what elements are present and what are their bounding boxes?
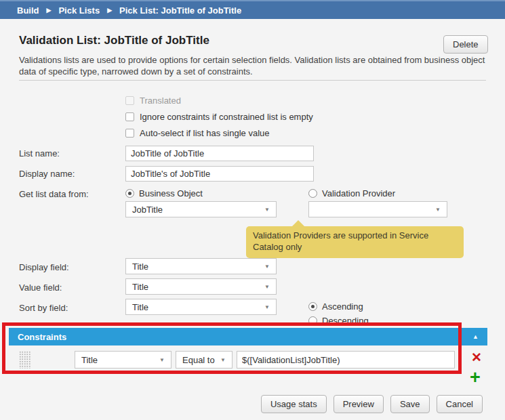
checkbox-row-auto-select: Auto-select if list has single value [125, 127, 269, 138]
preview-button[interactable]: Preview [334, 395, 384, 413]
chevron-down-icon: ▼ [264, 207, 270, 213]
ignore-constraints-label: Ignore constraints if constrained list i… [140, 112, 313, 122]
descending-radio[interactable] [308, 316, 317, 325]
breadcrumb-item-current: Pick List: JobTitle of JobTitle [119, 5, 241, 16]
cancel-button[interactable]: Cancel [437, 395, 483, 413]
validation-provider-radio-row: Validation Provider [308, 188, 395, 198]
auto-select-checkbox[interactable] [125, 129, 134, 138]
display-field-dropdown-value: Title [132, 261, 148, 272]
ignore-constraints-checkbox[interactable] [125, 112, 134, 121]
display-field-dropdown[interactable]: Title ▼ [125, 258, 277, 274]
collapse-section-icon[interactable]: ▲ [472, 333, 479, 340]
validation-provider-dropdown[interactable]: ▼ [308, 201, 447, 217]
business-object-radio[interactable] [125, 189, 134, 198]
business-object-radio-row: Business Object [125, 188, 203, 198]
checkbox-row-ignore-constraints: Ignore constraints if constrained list i… [125, 111, 313, 122]
breadcrumb-arrow-icon: ▶ [47, 7, 52, 14]
page-description: Validations lists are used to provide op… [19, 55, 489, 77]
chevron-down-icon: ▼ [435, 207, 441, 213]
auto-select-label: Auto-select if list has single value [140, 128, 269, 138]
chevron-down-icon: ▼ [264, 304, 270, 310]
sort-by-field-dropdown-value: Title [132, 302, 148, 312]
business-object-dropdown-value: JobTitle [132, 205, 163, 215]
translated-checkbox [125, 96, 134, 105]
business-object-dropdown[interactable]: JobTitle ▼ [125, 201, 277, 217]
remove-constraint-icon[interactable]: ✕ [471, 351, 482, 364]
constraints-title: Constraints [18, 332, 66, 342]
chevron-down-icon: ▼ [220, 357, 226, 363]
constraint-field-value: Title [81, 355, 98, 365]
breadcrumb-item-pick-lists[interactable]: Pick Lists [58, 5, 100, 16]
save-button[interactable]: Save [390, 395, 430, 413]
validation-provider-label: Validation Provider [322, 188, 395, 198]
checkbox-row-translated: Translated [125, 95, 181, 106]
get-list-data-from-label: Get list data from: [19, 189, 89, 199]
sort-by-field-dropdown[interactable]: Title ▼ [125, 299, 277, 315]
ascending-label: Ascending [322, 301, 363, 312]
validation-provider-radio[interactable] [308, 189, 317, 198]
chevron-down-icon: ▼ [264, 264, 270, 270]
breadcrumb-item-build[interactable]: Build [17, 5, 39, 16]
ascending-radio-row: Ascending [308, 301, 363, 312]
sort-by-field-label: Sort by field: [19, 303, 68, 313]
constraint-operator-value: Equal to [182, 355, 215, 365]
validation-provider-tooltip: Validation Providers are supported in Se… [246, 226, 464, 258]
business-object-label: Business Object [139, 188, 203, 198]
display-name-input[interactable] [125, 166, 314, 182]
drag-handle-icon[interactable] [19, 351, 31, 369]
translated-label: Translated [140, 96, 181, 106]
chevron-down-icon: ▼ [264, 284, 270, 290]
value-field-label: Value field: [19, 282, 62, 293]
validation-list-page: Build ▶ Pick Lists ▶ Pick List: JobTitle… [0, 0, 505, 420]
list-name-label: List name: [19, 148, 60, 159]
constraint-value-input[interactable] [237, 351, 455, 369]
value-field-dropdown-value: Title [132, 282, 148, 292]
add-constraint-icon[interactable]: + [470, 369, 481, 387]
breadcrumb-arrow-icon: ▶ [107, 7, 112, 14]
usage-stats-button[interactable]: Usage stats [261, 395, 327, 413]
ascending-radio[interactable] [308, 302, 317, 311]
constraint-field-dropdown[interactable]: Title ▼ [75, 351, 171, 369]
descending-label: Descending [322, 316, 369, 326]
list-name-input[interactable] [125, 146, 314, 161]
breadcrumb: Build ▶ Pick Lists ▶ Pick List: JobTitle… [0, 0, 505, 19]
delete-button[interactable]: Delete [443, 35, 488, 54]
constraints-section-header: Constraints ▲ [9, 328, 487, 345]
constraint-operator-dropdown[interactable]: Equal to ▼ [176, 351, 233, 369]
footer-actions: Usage stats Preview Save Cancel [261, 395, 483, 413]
descending-radio-row: Descending [308, 315, 369, 326]
display-field-label: Display field: [19, 262, 69, 272]
chevron-down-icon: ▼ [159, 357, 165, 363]
value-field-dropdown[interactable]: Title ▼ [125, 278, 277, 295]
display-name-label: Display name: [19, 169, 75, 179]
page-title: Validation List: JobTitle of JobTitle [19, 34, 209, 47]
section-divider [19, 80, 486, 81]
